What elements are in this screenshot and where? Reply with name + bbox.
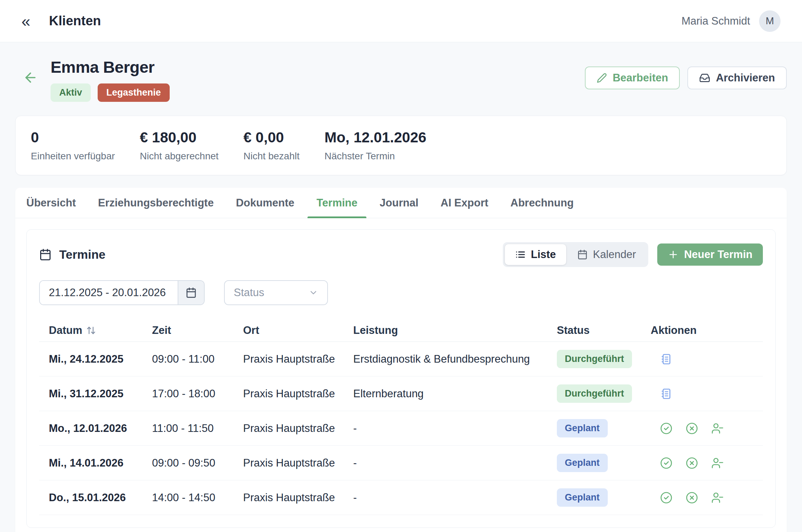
view-calendar-button[interactable]: Kalender <box>567 244 646 265</box>
table-row: Mi., 31.12.2025 17:00 - 18:00 Praxis Hau… <box>39 376 763 411</box>
absent-action-button[interactable] <box>711 491 724 504</box>
tab-dokumente[interactable]: Dokumente <box>227 188 303 218</box>
client-actions: Bearbeiten Archivieren <box>585 66 787 89</box>
tab-erziehungsberechtigte[interactable]: Erziehungsberechtigte <box>89 188 223 218</box>
tab-journal[interactable]: Journal <box>371 188 427 218</box>
cancel-action-button[interactable] <box>686 457 698 469</box>
stat-label: Nicht abgerechnet <box>140 151 219 162</box>
appointments-card: Termine Liste <box>26 229 776 528</box>
confirm-action-button[interactable] <box>660 422 672 435</box>
cancel-action-button[interactable] <box>686 491 698 504</box>
user-name: Maria Schmidt <box>681 15 750 27</box>
cell-datum: Mo., 12.01.2026 <box>39 422 152 435</box>
cell-ort: Praxis Hauptstraße <box>243 491 353 504</box>
avatar[interactable]: M <box>759 10 781 32</box>
tab-bar: Übersicht Erziehungsberechtigte Dokument… <box>15 188 787 218</box>
topbar: « Klienten Maria Schmidt M <box>0 0 802 42</box>
notes-action-button[interactable] <box>660 353 672 365</box>
calendar-icon <box>186 287 197 298</box>
arrow-left-icon <box>23 70 38 85</box>
stat-units: 0 Einheiten verfügbar <box>31 129 115 162</box>
card-title: Termine <box>59 248 106 261</box>
confirm-action-button[interactable] <box>660 491 672 504</box>
status-filter-select[interactable]: Status <box>224 280 328 305</box>
archive-button[interactable]: Archivieren <box>687 66 787 89</box>
cell-status: Durchgeführt <box>557 384 651 403</box>
tab-termine[interactable]: Termine <box>308 188 366 218</box>
cell-actions <box>651 491 763 504</box>
cell-ort: Praxis Hauptstraße <box>243 422 353 435</box>
column-header-status: Status <box>557 324 651 337</box>
cell-datum: Mi., 31.12.2025 <box>39 388 152 400</box>
back-button[interactable] <box>23 70 38 85</box>
status-filter-placeholder: Status <box>234 286 264 299</box>
circle-x-icon <box>686 422 698 435</box>
status-pill: Durchgeführt <box>557 350 632 368</box>
cell-status: Geplant <box>557 454 651 472</box>
table-row: Do., 15.01.2026 14:00 - 14:50 Praxis Hau… <box>39 480 763 515</box>
cell-actions <box>651 353 763 365</box>
cell-datum: Do., 15.01.2026 <box>39 491 152 504</box>
new-appointment-label: Neuer Termin <box>684 248 752 261</box>
cell-status: Durchgeführt <box>557 350 651 368</box>
confirm-action-button[interactable] <box>660 457 672 469</box>
document-notes-icon <box>660 388 672 400</box>
client-identity: Emma Berger Aktiv Legasthenie <box>51 57 170 102</box>
cell-zeit: 14:00 - 14:50 <box>152 491 243 504</box>
card-header-actions: Liste Kalender Neuer Term <box>503 242 763 267</box>
stat-value: € 180,00 <box>140 129 219 146</box>
cell-status: Geplant <box>557 488 651 507</box>
cancel-action-button[interactable] <box>686 422 698 435</box>
cell-zeit: 11:00 - 11:50 <box>152 422 243 435</box>
cell-leistung: - <box>353 422 557 435</box>
cell-zeit: 17:00 - 18:00 <box>152 388 243 400</box>
date-range-input[interactable] <box>40 281 178 304</box>
cell-datum: Mi., 24.12.2025 <box>39 353 152 365</box>
cell-leistung: - <box>353 457 557 469</box>
diagnosis-badge: Legasthenie <box>98 83 170 102</box>
calendar-icon <box>577 249 588 260</box>
tab-ai-export[interactable]: AI Export <box>431 188 497 218</box>
status-pill: Geplant <box>557 454 608 472</box>
plus-icon <box>668 249 679 260</box>
cell-ort: Praxis Hauptstraße <box>243 457 353 469</box>
stat-label: Einheiten verfügbar <box>31 151 115 162</box>
client-header: Emma Berger Aktiv Legasthenie Bearbeiten… <box>15 42 787 102</box>
stat-value: Mo, 12.01.2026 <box>324 129 426 146</box>
circle-check-icon <box>660 491 672 504</box>
circle-check-icon <box>660 422 672 435</box>
sidebar-collapse-button[interactable]: « <box>21 13 30 29</box>
appointments-card-header: Termine Liste <box>39 242 763 267</box>
user-minus-icon <box>711 491 724 504</box>
calendar-icon <box>39 248 52 261</box>
cell-zeit: 09:00 - 09:50 <box>152 457 243 469</box>
document-notes-icon <box>660 353 672 365</box>
cell-ort: Praxis Hauptstraße <box>243 353 353 365</box>
new-appointment-button[interactable]: Neuer Termin <box>657 243 763 266</box>
stat-unpaid: € 0,00 Nicht bezahlt <box>243 129 300 162</box>
cell-actions <box>651 457 763 469</box>
view-list-button[interactable]: Liste <box>505 244 566 265</box>
column-header-zeit: Zeit <box>152 324 243 337</box>
absent-action-button[interactable] <box>711 422 724 435</box>
absent-action-button[interactable] <box>711 457 724 469</box>
table-row: Mo., 12.01.2026 11:00 - 11:50 Praxis Hau… <box>39 411 763 446</box>
appointments-table: Datum Zeit Ort Leistung Status Aktionen … <box>39 319 763 515</box>
column-header-label: Datum <box>49 324 82 337</box>
page-title: Klienten <box>49 14 101 28</box>
date-range-calendar-button[interactable] <box>178 281 204 304</box>
notes-action-button[interactable] <box>660 388 672 400</box>
tab-abrechnung[interactable]: Abrechnung <box>501 188 583 218</box>
edit-button[interactable]: Bearbeiten <box>585 66 680 89</box>
date-range-filter <box>39 280 205 305</box>
column-header-ort: Ort <box>243 324 353 337</box>
user-minus-icon <box>711 422 724 435</box>
status-badge: Aktiv <box>51 83 91 102</box>
edit-button-label: Bearbeiten <box>613 72 668 84</box>
status-pill: Geplant <box>557 488 608 507</box>
tab-uebersicht[interactable]: Übersicht <box>17 188 85 218</box>
cell-leistung: - <box>353 491 557 504</box>
column-header-datum[interactable]: Datum <box>39 324 152 337</box>
user-minus-icon <box>711 457 724 469</box>
archive-button-label: Archivieren <box>716 72 775 84</box>
